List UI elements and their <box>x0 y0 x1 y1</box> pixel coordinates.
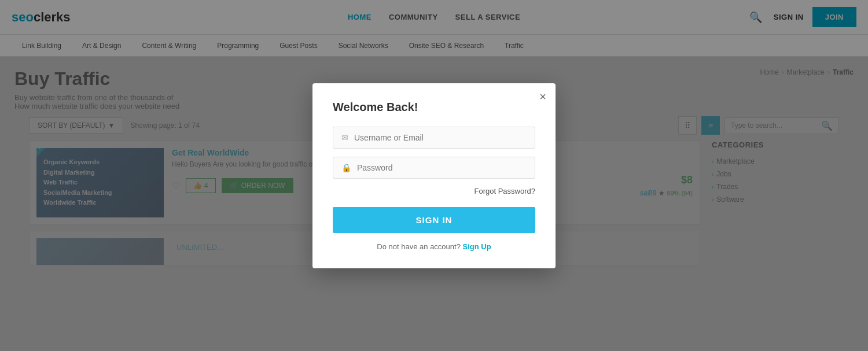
modal-overlay: × Welcome Back! ✉ 🔒 Forgot Password? SIG… <box>0 0 868 351</box>
username-input[interactable] <box>354 133 527 142</box>
modal-footer: Do not have an account? Sign Up <box>333 242 535 251</box>
envelope-icon: ✉ <box>341 133 348 142</box>
password-input[interactable] <box>357 163 527 172</box>
password-input-group: 🔒 <box>333 157 535 179</box>
login-modal: × Welcome Back! ✉ 🔒 Forgot Password? SIG… <box>312 83 556 268</box>
username-input-group: ✉ <box>333 127 535 149</box>
modal-close-button[interactable]: × <box>539 90 546 104</box>
lock-icon: 🔒 <box>341 163 351 172</box>
no-account-text: Do not have an account? <box>377 242 461 251</box>
modal-signin-button[interactable]: SIGN IN <box>333 207 535 233</box>
forgot-password-link[interactable]: Forgot Password? <box>333 187 535 195</box>
modal-title: Welcome Back! <box>333 101 535 114</box>
signup-link[interactable]: Sign Up <box>463 242 491 251</box>
